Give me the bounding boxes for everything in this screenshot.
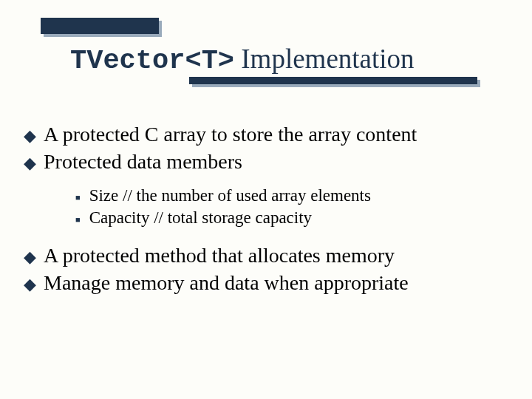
bullet-text: A protected method that allocates memory	[44, 242, 395, 268]
list-item: ◆ A protected C array to store the array…	[24, 121, 511, 147]
bullet-text: Manage memory and data when appropriate	[44, 270, 409, 296]
sub-list: ■ Size // the number of used array eleme…	[75, 185, 511, 229]
title-rest: Implementation	[234, 44, 415, 74]
diamond-bullet-icon: ◆	[24, 126, 36, 146]
diamond-bullet-icon: ◆	[24, 274, 36, 295]
title-code: TVector<T>	[70, 45, 234, 76]
diamond-bullet-icon: ◆	[24, 247, 36, 267]
square-bullet-icon: ■	[75, 214, 81, 225]
bullet-text: Protected data members	[44, 149, 242, 174]
list-item: ■ Size // the number of used array eleme…	[75, 185, 511, 207]
list-item: ◆ Manage memory and data when appropriat…	[24, 270, 511, 296]
slide-content: ◆ A protected C array to store the array…	[24, 121, 511, 297]
diamond-bullet-icon: ◆	[24, 153, 36, 174]
title-bar	[41, 18, 159, 34]
slide-title: TVector<T> Implementation	[70, 43, 415, 76]
list-item: ◆ A protected method that allocates memo…	[24, 242, 511, 268]
bullet-text: Size // the number of used array element…	[89, 185, 371, 207]
title-underline	[189, 77, 477, 84]
bullet-text: Capacity // total storage capacity	[89, 207, 312, 229]
bullet-text: A protected C array to store the array c…	[44, 121, 417, 147]
square-bullet-icon: ■	[75, 192, 81, 202]
list-item: ■ Capacity // total storage capacity	[75, 207, 511, 229]
list-item: ◆ Protected data members	[24, 149, 511, 174]
